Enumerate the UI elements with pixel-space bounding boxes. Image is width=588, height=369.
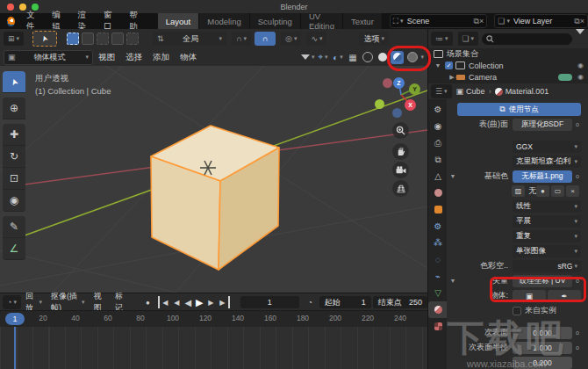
decorator-dot[interactable]: o	[574, 173, 581, 179]
timeline-editor-type-selector[interactable]: ◔ ▾	[3, 295, 21, 309]
eyedropper-button[interactable]: ✒	[548, 290, 581, 302]
surface-shader-button[interactable]: 原理化BSDF	[513, 119, 572, 131]
pan-button[interactable]	[392, 143, 409, 160]
tool-annotate[interactable]: ✎	[3, 216, 25, 238]
tab-modeling[interactable]: Modeling	[199, 13, 250, 29]
gizmos-toggle[interactable]: ⌖▾	[316, 51, 329, 64]
expand-triangle-icon[interactable]: ▼	[434, 62, 442, 69]
tool-rotate[interactable]: ↻	[3, 146, 25, 168]
shading-material-preview-button[interactable]	[391, 51, 404, 64]
eye-icon[interactable]: ◉	[577, 73, 584, 81]
decorator-dot[interactable]: o	[574, 278, 581, 284]
tool-transform[interactable]: ◉	[3, 190, 25, 212]
mode-dropdown[interactable]: ▣ 物体模式 ▾	[4, 50, 93, 65]
source-dropdown[interactable]: 单张图像▾	[513, 245, 581, 257]
viewport-menu-select[interactable]: 选择	[120, 52, 147, 63]
gizmo-neg-x-axis[interactable]	[383, 78, 392, 88]
base-color-texture-button[interactable]: 无标题1.png	[513, 170, 572, 183]
shading-wireframe-button[interactable]	[361, 51, 374, 64]
image-name[interactable]: 无	[527, 185, 536, 197]
delete-scene-icon[interactable]: ×	[479, 18, 484, 25]
tool-cursor[interactable]: ⊕	[3, 98, 25, 119]
select-mode-invert[interactable]	[111, 33, 124, 45]
from-instancer-checkbox[interactable]	[513, 307, 521, 315]
breadcrumb-object[interactable]: Cube	[466, 87, 485, 96]
interpolation-dropdown[interactable]: 线性▾	[513, 200, 581, 213]
jump-to-start-button[interactable]: ◀	[158, 296, 171, 308]
collection-checkbox[interactable]: ✓	[445, 62, 453, 69]
frame-end-field[interactable]: 结束点 250	[373, 296, 427, 308]
decorator-dot[interactable]: o	[574, 329, 581, 336]
gizmo-neg-z-axis[interactable]	[392, 108, 402, 118]
outliner-row-scene-collection[interactable]: 场景集合	[428, 48, 588, 60]
select-mode-subtract[interactable]	[97, 33, 109, 45]
transform-orientation-dropdown[interactable]: ⇅ 全局 ▾	[153, 32, 226, 46]
overlays-toggle[interactable]: ◐▾	[331, 51, 344, 64]
expand-triangle-icon[interactable]: ▼	[448, 278, 457, 284]
current-frame-field[interactable]: 1	[240, 296, 299, 308]
play-button[interactable]: ▶	[194, 296, 205, 308]
editor-type-selector[interactable]: ⊞ ▾	[4, 32, 24, 46]
zoom-button[interactable]	[392, 122, 409, 139]
gizmo-neg-y-axis[interactable]	[375, 99, 384, 109]
next-keyframe-button[interactable]: ▶	[205, 296, 217, 308]
outliner-row-collection[interactable]: ▼ ✓ Collection ◉	[428, 60, 588, 71]
outliner-display-mode[interactable]: ❏ ▾	[458, 32, 479, 46]
tab-uv-editing[interactable]: UV Editing	[301, 13, 343, 29]
use-preview-range-button[interactable]: ◔	[305, 296, 316, 308]
frame-start-field[interactable]: 起始 1	[319, 296, 371, 308]
timeline-ruler[interactable]: 1 20 40 60 80 100 120 140 160 180 200 22…	[0, 310, 427, 328]
shading-solid-button[interactable]	[376, 51, 389, 64]
object-picker-button[interactable]: ▣	[513, 290, 546, 302]
viewport-menu-view[interactable]: 视图	[93, 52, 120, 63]
auto-key-record-button[interactable]: ●	[142, 296, 154, 308]
viewport-menu-add[interactable]: 添加	[147, 52, 175, 63]
tab-render[interactable]: ◉	[428, 118, 448, 134]
filter-funnel-icon[interactable]	[576, 34, 584, 44]
playhead-line[interactable]	[14, 327, 16, 369]
tool-measure[interactable]: ∠	[3, 238, 25, 260]
new-image-button[interactable]: ●	[536, 185, 549, 197]
scene-selector[interactable]: ⛶ ▾ Scene ⧉ ×	[390, 14, 488, 28]
snap-dropdown[interactable]: ∩ ▾	[232, 32, 251, 46]
tab-particles[interactable]: ⁂	[428, 235, 448, 251]
gizmo-x-axis[interactable]: X	[405, 99, 416, 111]
subsurface-radius-field-2[interactable]: 0.200	[513, 357, 572, 369]
tab-sculpting[interactable]: Sculpting	[250, 13, 301, 29]
tool-move[interactable]: ✚	[3, 124, 25, 146]
tab-object[interactable]	[428, 201, 448, 218]
breadcrumb-material[interactable]: Material.001	[506, 87, 549, 96]
extension-dropdown[interactable]: 重复▾	[513, 230, 581, 242]
projection-dropdown[interactable]: 平展▾	[513, 215, 581, 228]
tab-world[interactable]	[428, 184, 448, 201]
viewport-menu-object[interactable]: 物体	[175, 52, 202, 63]
timeline-track-area[interactable]	[0, 327, 427, 369]
eye-icon[interactable]: ◉	[577, 62, 584, 69]
falloff-dropdown[interactable]: ∿ ▾	[306, 32, 326, 46]
decorator-dot[interactable]: o	[574, 121, 581, 127]
gizmo-y-axis[interactable]: Y	[409, 83, 420, 95]
gizmo-z-axis[interactable]: Z	[393, 77, 405, 89]
outliner-row-camera[interactable]: ▶ Camera ◉	[428, 71, 588, 83]
vector-input-button[interactable]: 纹理坐标 | UV	[513, 275, 572, 287]
tab-constraints[interactable]: ⌁	[428, 268, 448, 285]
unlink-image-button[interactable]: ×	[566, 185, 579, 197]
orthographic-toggle-button[interactable]	[392, 180, 409, 197]
blender-logo-icon[interactable]	[7, 17, 15, 26]
tab-physics[interactable]: ◌	[428, 251, 448, 268]
camera-view-button[interactable]	[392, 162, 409, 178]
tab-texture-paint[interactable]: Textur	[343, 13, 383, 29]
play-reverse-button[interactable]: ◀	[183, 296, 194, 308]
active-tool-select-box[interactable]: ➤	[32, 31, 57, 47]
jump-to-end-button[interactable]: ▶	[217, 296, 230, 308]
subsurface-field[interactable]: 0.000	[513, 327, 572, 339]
decorator-dot[interactable]: o	[574, 344, 581, 351]
xray-toggle[interactable]: ▦	[346, 51, 359, 64]
view-layer-selector[interactable]: ❏ ▾ View Layer ⧉ ×	[494, 14, 588, 28]
color-space-dropdown[interactable]: sRG▾	[513, 260, 581, 272]
expand-triangle-icon[interactable]: ▼	[448, 173, 457, 179]
object-visibility-dropdown[interactable]: ▾	[301, 51, 315, 64]
outliner-editor-type-selector[interactable]: ≔ ▾	[431, 32, 453, 46]
options-dropdown[interactable]: 选项 ▾	[359, 32, 389, 46]
distribution-dropdown[interactable]: GGX▾	[513, 141, 581, 153]
